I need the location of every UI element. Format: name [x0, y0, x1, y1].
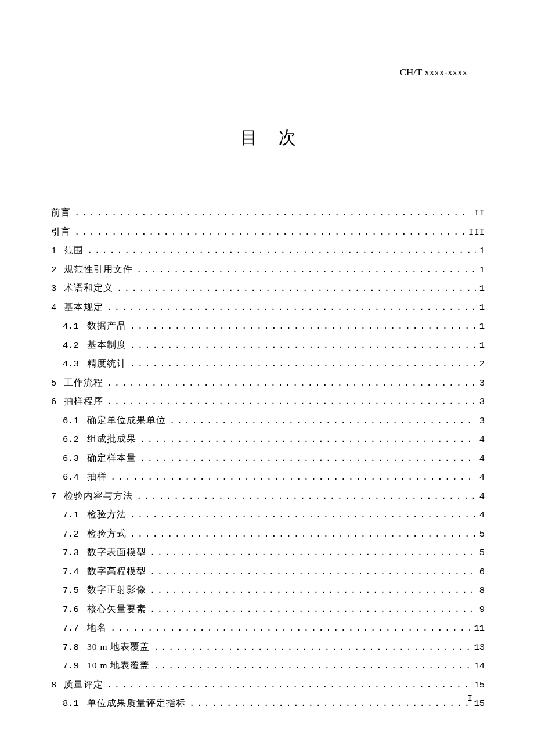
toc-entry-number: 6	[51, 398, 64, 407]
toc-entry-label: 精度统计	[87, 359, 127, 368]
toc-entry-number: 4.3	[63, 360, 87, 369]
toc-leader-dots	[169, 417, 476, 426]
toc-entry-number: 6.2	[63, 435, 87, 445]
toc-entry: 6.3确定样本量4	[51, 453, 485, 464]
page-number: I	[467, 694, 472, 704]
toc-entry: 4基本规定1	[51, 303, 485, 313]
toc-entry-page: 4	[479, 455, 485, 464]
toc-entry-page: 1	[479, 285, 485, 294]
toc-entry: 前言II	[51, 208, 485, 218]
toc-entry-label: 组成批成果	[87, 434, 136, 444]
toc-entry-page: 4	[479, 511, 485, 520]
toc-entry-label: 数字高程模型	[87, 567, 146, 576]
toc-entry-number: 7.1	[63, 511, 87, 520]
toc-entry-page: 9	[479, 606, 485, 615]
toc-leader-dots	[110, 473, 476, 483]
toc-entry: 引言III	[51, 227, 485, 237]
toc-entry-label: 检验方式	[87, 529, 127, 538]
toc-leader-dots	[117, 285, 476, 294]
toc-entry: 1范围1	[51, 246, 485, 256]
toc-entry-page: 15	[474, 681, 485, 690]
toc-leader-dots	[130, 360, 476, 369]
toc-entry-page: 1	[479, 266, 485, 275]
toc-entry-label: 检验内容与方法	[64, 491, 133, 501]
toc-entry-number: 7.6	[63, 606, 87, 615]
toc-entry: 7.910 m 地表覆盖14	[51, 661, 485, 671]
toc-entry-number: 7.5	[63, 586, 87, 596]
toc-entry-label: 数据产品	[87, 321, 127, 330]
toc-entry-label: 范围	[64, 246, 84, 255]
toc-entry: 3术语和定义1	[51, 283, 485, 294]
toc-entry-page: 4	[479, 492, 485, 502]
toc-entry-label: 规范性引用文件	[64, 265, 133, 274]
toc-leader-dots	[110, 624, 470, 633]
toc-leader-dots	[189, 700, 470, 709]
toc-entry: 7.3数字表面模型5	[51, 548, 485, 558]
toc-entry-page: 2	[479, 360, 485, 369]
toc-entry: 7检验内容与方法4	[51, 491, 485, 502]
toc-entry-page: 13	[474, 643, 485, 653]
toc-entry-number: 4	[51, 304, 64, 313]
toc-entry-number: 4.1	[63, 322, 87, 332]
toc-leader-dots	[130, 341, 476, 351]
toc-entry-label: 核心矢量要素	[87, 604, 146, 614]
toc-entry-number: 7.7	[63, 624, 87, 633]
toc-leader-dots	[107, 304, 476, 313]
toc-leader-dots	[74, 228, 465, 237]
toc-entry-page: 3	[479, 398, 485, 407]
toc-entry-number: 2	[51, 266, 64, 275]
toc-entry: 5工作流程3	[51, 378, 485, 388]
toc-entry-page: 4	[479, 435, 485, 445]
toc-entry: 6.1确定单位成果单位3	[51, 416, 485, 426]
toc-entry-page: III	[468, 228, 485, 237]
toc-entry-label: 引言	[51, 227, 71, 236]
toc-entry-page: 6	[479, 568, 485, 577]
toc-entry: 4.2基本制度1	[51, 340, 485, 351]
toc-leader-dots	[136, 266, 476, 275]
toc-leader-dots	[130, 511, 476, 520]
toc-entry-label: 抽样	[87, 472, 107, 481]
toc-entry-page: 8	[479, 586, 485, 596]
toc-entry: 4.3精度统计2	[51, 359, 485, 369]
toc-entry: 7.6核心矢量要素9	[51, 604, 485, 615]
toc-entry: 6.4抽样4	[51, 472, 485, 483]
toc-leader-dots	[140, 435, 476, 445]
toc-entry-number: 3	[51, 285, 64, 294]
toc-entry-number: 7.2	[63, 530, 87, 539]
toc-entry-number: 7.4	[63, 568, 87, 577]
toc-entry-label: 抽样程序	[64, 397, 103, 406]
toc-entry-page: 1	[479, 247, 485, 256]
toc-entry: 7.7地名11	[51, 623, 485, 633]
toc-entry-label: 前言	[51, 208, 71, 217]
toc-entry-label: 基本制度	[87, 340, 127, 350]
toc-entry-page: 5	[479, 549, 485, 558]
toc-leader-dots	[107, 379, 476, 388]
toc-entry-label: 数字表面模型	[87, 548, 146, 557]
toc-entry: 6抽样程序3	[51, 397, 485, 407]
toc-leader-dots	[150, 568, 476, 577]
toc-entry-label: 确定单位成果单位	[87, 416, 166, 425]
toc-entry-page: 3	[479, 417, 485, 426]
toc-entry-label: 基本规定	[64, 303, 103, 312]
toc-entry: 8质量评定15	[51, 680, 485, 690]
table-of-contents: 前言II引言III1范围12规范性引用文件13术语和定义14基本规定14.1数据…	[51, 208, 485, 709]
toc-entry: 2规范性引用文件1	[51, 265, 485, 275]
document-page: CH/T xxxx-xxxx 目次 前言II引言III1范围12规范性引用文件1…	[0, 0, 534, 709]
toc-entry-label: 30 m 地表覆盖	[87, 642, 150, 651]
toc-leader-dots	[150, 606, 476, 615]
toc-entry-label: 10 m 地表覆盖	[87, 661, 150, 670]
toc-entry-number: 6.1	[63, 417, 87, 426]
toc-entry-number: 4.2	[63, 341, 87, 351]
toc-entry-page: 5	[479, 530, 485, 539]
toc-entry-number: 6.4	[63, 473, 87, 483]
toc-entry: 7.1检验方法4	[51, 510, 485, 520]
toc-entry-label: 地名	[87, 623, 107, 632]
toc-leader-dots	[140, 455, 476, 464]
toc-entry-label: 单位成果质量评定指标	[87, 699, 186, 708]
toc-entry-page: II	[474, 209, 485, 218]
toc-leader-dots	[150, 549, 476, 558]
toc-leader-dots	[130, 322, 476, 332]
toc-entry-number: 8.1	[63, 700, 87, 709]
toc-entry-number: 8	[51, 681, 64, 690]
toc-entry: 6.2组成批成果4	[51, 434, 485, 445]
